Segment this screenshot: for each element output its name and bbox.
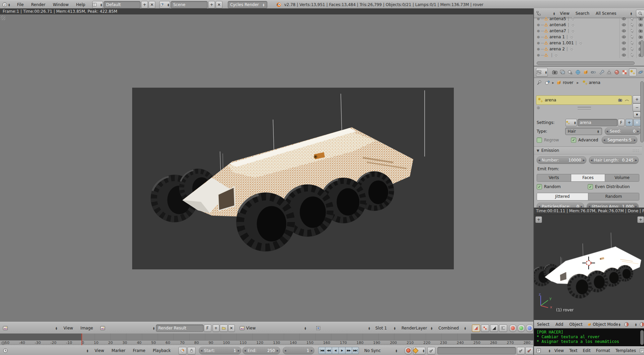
tab-modifiers[interactable] (598, 69, 605, 76)
outliner-row[interactable]: ⊕ | (534, 52, 644, 58)
selectability-cursor-icon[interactable] (628, 34, 636, 40)
menu-item[interactable]: View (552, 348, 567, 353)
number-stepper[interactable]: ◂ Number: 10000 ▸ (537, 157, 586, 164)
regrow-checkbox[interactable] (537, 137, 542, 143)
render-camera-icon[interactable] (618, 98, 622, 102)
emit-verts-tab[interactable]: Verts (537, 174, 571, 181)
previous-keyframe-button[interactable]: ◀◀ (325, 347, 332, 354)
visibility-eye-icon[interactable] (620, 28, 628, 34)
tab-constraints[interactable] (590, 69, 597, 76)
pass-arrows-icon[interactable] (464, 326, 467, 330)
menu-item[interactable]: Edit (580, 348, 593, 353)
particle-settings-icon-button[interactable] (566, 119, 577, 126)
play-button[interactable]: ▶ (339, 347, 345, 354)
current-frame-stepper[interactable]: ◂ 1 ▸ (283, 347, 314, 354)
menu-item[interactable]: Image (77, 326, 97, 330)
scene-icon-button[interactable] (159, 1, 170, 8)
object-name[interactable]: arena 1 (549, 35, 565, 39)
renderability-camera-icon[interactable] (636, 34, 644, 40)
delete-keyframe-button[interactable] (525, 347, 533, 354)
timeline-track[interactable]: -50-40-30-20-100102030405060708090100110… (0, 334, 533, 345)
list-resize-grip[interactable] (578, 107, 591, 109)
decrement-arrow-icon[interactable]: ◂ (603, 138, 605, 142)
emission-panel-header[interactable]: ▼ Emission :::: (534, 146, 642, 154)
mode-select[interactable]: Object Mode (587, 321, 622, 328)
breadcrumb-object-name[interactable]: rover (563, 80, 573, 85)
tab-scene[interactable] (567, 69, 574, 76)
image-name-field[interactable]: Render Result (156, 324, 204, 332)
scope-arrows-icon[interactable] (630, 12, 633, 15)
tab-render-layers[interactable] (559, 69, 566, 76)
keying-arrows-icon[interactable] (422, 349, 425, 352)
random-order-tab[interactable]: Random (588, 193, 639, 200)
panel-collapse-icon[interactable]: ▼ (537, 149, 539, 152)
menu-item[interactable]: File (13, 2, 28, 7)
type-arrows-icon[interactable] (597, 130, 600, 133)
tab-object[interactable] (582, 69, 589, 76)
menu-item[interactable]: Object (566, 322, 585, 327)
menu-item[interactable]: Text (567, 348, 580, 353)
view-image-icon[interactable] (239, 325, 245, 331)
mode-arrows-icon[interactable] (618, 323, 621, 326)
emit-faces-tab[interactable]: Faces (571, 174, 605, 181)
red-channel-button[interactable] (509, 324, 517, 332)
add-settings-button[interactable]: + (626, 119, 633, 126)
menu-item[interactable]: Frame (129, 348, 149, 353)
expand-icon[interactable]: ⊕ (536, 29, 541, 33)
menu-item[interactable]: View (557, 11, 572, 16)
decrement-arrow-icon[interactable]: ◂ (606, 130, 608, 133)
fake-user-button[interactable]: F (618, 119, 625, 126)
sync-mode-select[interactable]: No Sync (362, 347, 400, 354)
tab-material[interactable] (613, 69, 620, 76)
unlink-settings-button[interactable]: ✕ (633, 119, 641, 126)
selectability-cursor-icon[interactable] (628, 46, 636, 52)
insert-keyframe-button[interactable] (517, 347, 525, 354)
object-name[interactable]: antena7 (549, 29, 566, 33)
visibility-eye-icon[interactable] (620, 22, 628, 28)
viewport-shading-icon[interactable] (624, 322, 629, 327)
slot-select[interactable]: Slot 1 (373, 325, 398, 331)
viewport-3d-area[interactable]: Time:00:01.11 | Mem:76.07M, Peak:76.07M … (533, 208, 644, 328)
jittered-tab[interactable]: Jittered (537, 193, 588, 200)
pin-icon[interactable] (537, 80, 542, 85)
decrement-arrow-icon[interactable]: ◂ (200, 349, 203, 352)
vertical-scrollbar[interactable] (640, 330, 644, 345)
object-name[interactable]: arena 2 (549, 47, 565, 51)
screen-layout-field[interactable]: Default (104, 1, 141, 8)
outliner-row[interactable]: ⊕ arena 1 | (534, 34, 644, 40)
image-datablock-icon[interactable] (100, 325, 105, 331)
seed-stepper[interactable]: ◂ Seed: 0 ▸ (605, 128, 641, 135)
image-editor-type-icon[interactable] (3, 325, 8, 331)
segments-stepper[interactable]: ◂ Segments:5 ▸ (602, 136, 637, 144)
zbuffer-channel-button[interactable] (499, 324, 507, 332)
outliner-row[interactable]: ⊕ arena 2 | (534, 46, 644, 52)
text-editor-type-icon[interactable] (536, 348, 541, 353)
expand-icon[interactable]: ⊕ (536, 47, 541, 51)
toolbar-expand-button[interactable]: + (535, 216, 542, 223)
timeline-editor-type-icon[interactable] (3, 348, 8, 353)
view-mode-arrows-icon[interactable] (304, 326, 307, 330)
screen-layout-icon-button[interactable] (92, 1, 103, 8)
expand-icon[interactable]: ⊕ (536, 53, 541, 57)
tab-texture[interactable] (621, 69, 628, 76)
horizontal-scrollbar[interactable] (537, 61, 635, 65)
panel-drag-dots-icon[interactable]: :::: (633, 148, 639, 153)
outliner-row[interactable]: ⊕ arena 1.001 | (534, 40, 644, 46)
text-editor-area[interactable]: [POR HACER] * Cambiar textura al rover *… (533, 328, 644, 355)
editor-type-arrows-icon[interactable] (8, 3, 11, 6)
tab-world[interactable] (575, 69, 582, 76)
menu-item[interactable]: Format (593, 348, 613, 353)
decrement-arrow-icon[interactable]: ◂ (538, 159, 540, 162)
delete-layout-button[interactable]: ✕ (149, 1, 155, 8)
outliner-row[interactable]: ⊕ antena5 | (534, 16, 644, 22)
tab-physics[interactable] (637, 69, 644, 76)
emit-volume-tab[interactable]: Volume (605, 174, 639, 181)
menu-item[interactable]: Select (534, 322, 552, 327)
advanced-checkbox[interactable]: ✓ (571, 137, 576, 143)
selectability-cursor-icon[interactable] (628, 16, 636, 22)
settings-arrows-icon[interactable] (574, 121, 577, 124)
vertical-scrollbar[interactable] (640, 81, 644, 142)
start-frame-stepper[interactable]: ◂ Start: 1 ▸ (199, 347, 241, 354)
menu-item[interactable]: Templates (613, 348, 639, 353)
increment-arrow-icon[interactable]: ▸ (635, 159, 637, 162)
